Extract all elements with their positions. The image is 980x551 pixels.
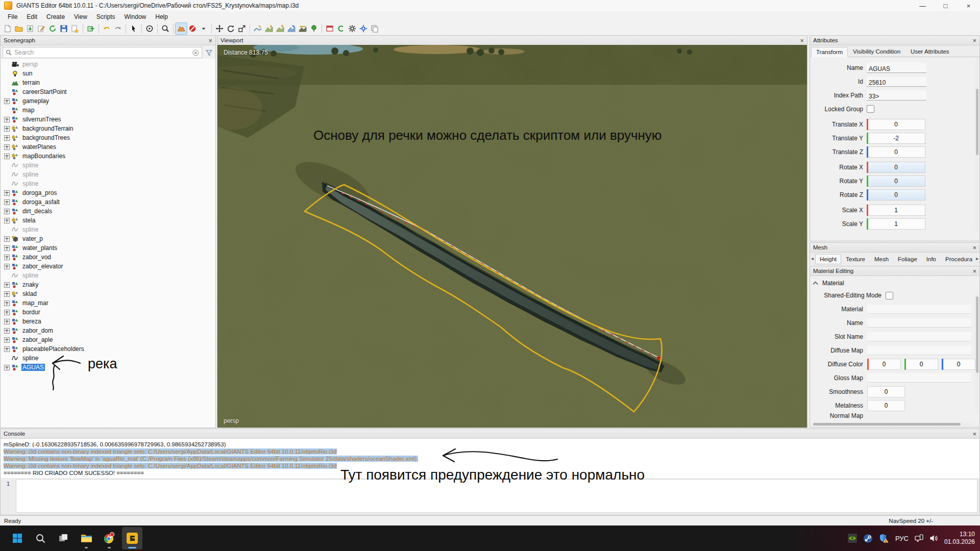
mesh-tab-height[interactable]: Height: [815, 254, 841, 264]
field-rotate-z[interactable]: 0: [867, 189, 925, 201]
zoom-tool-icon[interactable]: [160, 23, 171, 34]
scenegraph-close-icon[interactable]: ×: [208, 37, 212, 44]
tab-user-attributes[interactable]: User Attributes: [905, 46, 954, 57]
viewport-3d-view[interactable]: Distance 813.75 persp Основу для речки м…: [217, 45, 807, 428]
dropdown-arrow-icon[interactable]: [198, 23, 209, 34]
expand-icon[interactable]: [4, 117, 10, 122]
tree-item-spline[interactable]: spline: [1, 161, 215, 170]
tree-item-placeablePlaceholders[interactable]: placeablePlaceholders: [1, 344, 215, 354]
expand-icon[interactable]: [4, 190, 10, 196]
terrain-raise-tool-icon[interactable]: [275, 23, 286, 34]
diffuse-color-g-field[interactable]: 0: [904, 359, 938, 370]
tree-item-careerStartPoint[interactable]: careerStartPoint: [1, 87, 215, 96]
edit-file-icon[interactable]: [36, 23, 47, 34]
tree-item-spline[interactable]: spline: [1, 179, 215, 188]
taskbar-giants-editor-icon[interactable]: [122, 527, 142, 549]
field-scale-y[interactable]: 1: [867, 218, 925, 230]
mesh-tab-mesh[interactable]: Mesh: [870, 254, 893, 264]
terrain-level-tool-icon[interactable]: [297, 23, 308, 34]
menu-window[interactable]: Window: [120, 12, 151, 21]
export-file-icon[interactable]: [69, 23, 81, 34]
field-translate-x[interactable]: 0: [867, 119, 925, 130]
volume-icon[interactable]: [929, 534, 938, 542]
mute-audio-icon[interactable]: [187, 23, 198, 34]
tree-item-sun[interactable]: sun: [1, 69, 215, 78]
reload-file-icon[interactable]: [47, 23, 58, 34]
tree-item-spline[interactable]: spline: [1, 271, 215, 280]
tree-item-mapBoundaries[interactable]: mapBoundaries: [1, 152, 215, 161]
script-input[interactable]: [16, 479, 977, 513]
field-translate-y[interactable]: -2: [867, 133, 925, 144]
tree-item-dirt_decals[interactable]: dirt_decals: [1, 207, 215, 216]
field-scale-x[interactable]: 1: [867, 205, 925, 216]
clock[interactable]: 13:10 01.03.2026: [944, 531, 975, 546]
tree-item-backgroundTerrain[interactable]: backgroundTerrain: [1, 124, 215, 133]
shared-editing-checkbox[interactable]: [886, 292, 893, 299]
import-file-icon[interactable]: [24, 23, 36, 34]
expand-icon[interactable]: [4, 199, 10, 205]
tree-item-zabor_aple[interactable]: zabor_aple: [1, 335, 215, 344]
terrain-edit-tool-icon[interactable]: [176, 23, 187, 34]
maximize-button[interactable]: □: [934, 0, 957, 11]
diffuse-color-r-field[interactable]: 0: [867, 359, 901, 370]
material-scrollbar[interactable]: [975, 291, 979, 414]
material-field[interactable]: [867, 305, 971, 314]
orbit-tool-icon[interactable]: [144, 23, 155, 34]
taskbar-task-view-icon[interactable]: [53, 527, 74, 549]
taskbar-chrome-icon[interactable]: [99, 527, 119, 549]
tree-item-znaky[interactable]: znaky: [1, 280, 215, 289]
menu-view[interactable]: View: [69, 12, 92, 21]
tree-item-map_mar[interactable]: map_mar: [1, 298, 215, 308]
tree-item-bordur[interactable]: bordur: [1, 308, 215, 317]
index-path-field[interactable]: 33>: [867, 90, 926, 101]
clipboard-tool-icon[interactable]: [369, 23, 380, 34]
taskbar-start-icon[interactable]: [7, 527, 28, 549]
minimize-button[interactable]: —: [911, 0, 934, 11]
language-indicator[interactable]: РУС: [895, 535, 909, 542]
taskbar-search-icon[interactable]: [30, 527, 51, 549]
select-tool-icon[interactable]: [128, 23, 139, 34]
field-translate-z[interactable]: 0: [867, 146, 925, 158]
material-name-field[interactable]: [867, 318, 971, 328]
expand-icon[interactable]: [4, 218, 10, 223]
menu-help[interactable]: Help: [151, 12, 173, 21]
material-editing-close-icon[interactable]: ×: [972, 268, 976, 274]
tree-item-vater_p[interactable]: vater_p: [1, 234, 215, 243]
search-input[interactable]: Search: [3, 47, 202, 58]
expand-icon[interactable]: [4, 282, 10, 288]
tabs-scroll-left-icon[interactable]: ◂: [811, 256, 814, 261]
tray-nvidia-icon[interactable]: [848, 534, 857, 543]
tree-item-spline[interactable]: spline: [1, 225, 215, 234]
tree-item-zabor_elevator[interactable]: zabor_elevator: [1, 262, 215, 271]
expand-icon[interactable]: [4, 135, 10, 141]
tree-item-persp[interactable]: persp: [1, 60, 215, 69]
expand-icon[interactable]: [4, 255, 10, 260]
expand-icon[interactable]: [4, 337, 10, 343]
locked-group-checkbox[interactable]: [867, 105, 874, 113]
menu-edit[interactable]: Edit: [22, 12, 42, 21]
mesh-tab-foliage[interactable]: Foliage: [893, 254, 922, 264]
expand-icon[interactable]: [4, 291, 10, 297]
search-clear-icon[interactable]: [192, 49, 199, 56]
mesh-tab-texture[interactable]: Texture: [841, 254, 870, 264]
add-object-icon[interactable]: [85, 23, 96, 34]
expand-icon[interactable]: [4, 346, 10, 352]
menu-create[interactable]: Create: [42, 12, 69, 21]
gloss-map-field[interactable]: [867, 373, 971, 383]
redo-icon[interactable]: [112, 23, 124, 34]
expand-icon[interactable]: [4, 300, 10, 306]
diffuse-color-b-field[interactable]: 0: [942, 359, 975, 370]
collapse-chevron-icon[interactable]: [813, 281, 818, 285]
expand-icon[interactable]: [4, 98, 10, 104]
metalness-field[interactable]: 0: [867, 400, 905, 411]
expand-icon[interactable]: [4, 245, 10, 251]
tree-item-backgroundTrees[interactable]: backgroundTrees: [1, 133, 215, 142]
attributes-scrollbar[interactable]: [975, 58, 979, 232]
field-rotate-y[interactable]: 0: [867, 176, 925, 187]
menu-file[interactable]: File: [3, 12, 22, 21]
tree-item-gameplay[interactable]: gameplay: [1, 96, 215, 106]
filter-icon[interactable]: [204, 49, 213, 56]
rotate-tool-icon[interactable]: [225, 23, 236, 34]
move-tool-icon[interactable]: [214, 23, 225, 34]
mesh-tab-info[interactable]: Info: [922, 254, 941, 264]
